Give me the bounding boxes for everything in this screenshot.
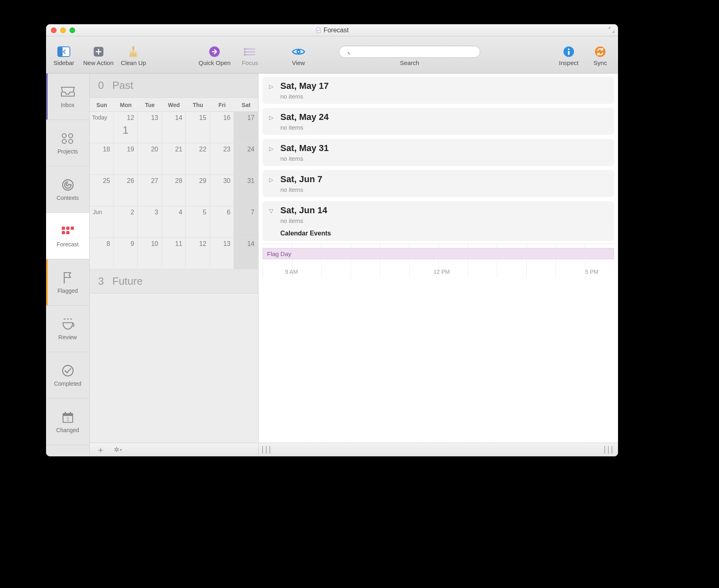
timeline-event[interactable]: Flag Day [263,248,614,259]
quick-open-label: Quick Open [199,59,231,66]
cal-cell[interactable]: 22 [186,143,210,175]
nav-inbox-label: Inbox [61,102,74,108]
svg-point-18 [62,134,66,138]
cal-cell[interactable]: 10 [138,238,162,269]
mini-calendar: Sun Mon Tue Wed Thu Fri Sat Today 121 13… [90,98,258,269]
cal-cell[interactable]: Jun [90,206,114,238]
cal-cell[interactable]: 6 [210,206,234,238]
broom-icon [126,46,141,58]
split-handle-right[interactable]: ⎢⎢⎢ [604,446,615,454]
svg-rect-7 [245,51,255,52]
view-button[interactable]: View [286,46,311,66]
quick-open-button[interactable]: Quick Open [199,46,231,66]
quick-open-icon [207,46,222,58]
svg-point-28 [63,365,73,376]
cal-cell[interactable]: 7 [234,206,258,238]
body: Inbox Projects Contexts Forecast Flagged… [46,74,618,456]
nav-projects[interactable]: Projects [46,120,89,166]
cal-cell[interactable]: 121 [114,112,138,143]
past-label: Past [112,79,133,92]
cal-cell[interactable]: 28 [162,175,186,206]
cal-cell[interactable]: 24 [234,143,258,175]
cal-cell[interactable]: 12 [186,238,210,269]
add-button[interactable]: ＋ [96,445,105,454]
nav-contexts[interactable]: Contexts [46,166,89,213]
split-handle-left[interactable]: ⎢⎢⎢ [262,446,273,454]
search-label: Search [400,59,419,66]
past-row[interactable]: 0 Past [90,74,258,98]
dow-sat: Sat [234,98,258,112]
svg-text:1: 1 [66,416,69,422]
disclosure-right-icon[interactable]: ▷ [267,174,275,183]
day-group[interactable]: ▷ Sat, May 17 no items [263,77,614,104]
fullscreen-icon[interactable] [608,27,615,33]
cal-cell[interactable]: 29 [186,175,210,206]
disclosure-right-icon[interactable]: ▷ [267,112,275,121]
svg-rect-16 [568,51,570,55]
cal-cell[interactable]: 16 [210,112,234,143]
cal-cell[interactable]: 13 [138,112,162,143]
cal-cell[interactable]: 23 [210,143,234,175]
disclosure-right-icon[interactable]: ▷ [267,143,275,152]
search-input[interactable] [339,46,480,58]
inbox-icon [60,85,76,99]
time-label: 5 PM [585,269,599,275]
future-row[interactable]: 3 Future [90,269,258,294]
future-count: 3 [90,275,112,288]
inspect-button[interactable]: Inspect [557,46,581,66]
day-title: Sat, Jun 14 [280,205,327,216]
svg-point-19 [69,134,73,138]
nav-review[interactable]: Review [46,306,89,352]
cal-cell[interactable]: 30 [210,175,234,206]
nav-contexts-label: Contexts [57,195,79,201]
svg-point-20 [62,139,66,143]
day-group[interactable]: ▷ Sat, May 31 no items [263,139,614,166]
cal-cell[interactable]: 3 [138,206,162,238]
sync-button[interactable]: Sync [588,46,612,66]
cal-cell[interactable]: 15 [186,112,210,143]
focus-button[interactable]: Focus [238,46,262,66]
nav-projects-label: Projects [57,148,78,155]
cal-cell[interactable]: 14 [162,112,186,143]
cal-cell[interactable]: Today [90,112,114,143]
cal-cell[interactable]: 27 [138,175,162,206]
cal-cell[interactable]: 14 [234,238,258,269]
toolbar: Sidebar New Action Clean Up Qu [46,36,618,74]
nav-forecast[interactable]: Forecast [46,213,89,259]
nav-flagged[interactable]: Flagged [46,259,89,306]
future-label: Future [112,275,143,288]
day-group[interactable]: ▽ Sat, Jun 14 no items [263,201,614,228]
action-menu-button[interactable]: ✲▾ [114,446,122,454]
nav-completed[interactable]: Completed [46,352,89,399]
new-action-button[interactable]: New Action [83,46,114,66]
clean-up-button[interactable]: Clean Up [121,46,146,66]
nav-changed[interactable]: 1 Changed [46,399,89,445]
cal-cell[interactable]: 13 [210,238,234,269]
disclosure-down-icon[interactable]: ▽ [267,205,275,214]
cal-cell[interactable]: 31 [234,175,258,206]
day-title: Sat, May 24 [280,112,329,122]
cal-cell[interactable]: 9 [114,238,138,269]
cal-cell[interactable]: 20 [138,143,162,175]
cal-cell[interactable]: 25 [90,175,114,206]
day-subtitle: no items [280,186,322,193]
cal-cell[interactable]: 5 [186,206,210,238]
cal-cell[interactable]: 2 [114,206,138,238]
cal-cell[interactable]: 11 [162,238,186,269]
contexts-icon [60,178,76,192]
cal-cell[interactable]: 18 [90,143,114,175]
day-group[interactable]: ▷ Sat, May 24 no items [263,108,614,135]
cal-cell[interactable]: 26 [114,175,138,206]
svg-point-15 [568,48,570,50]
cal-cell[interactable]: 19 [114,143,138,175]
clean-up-label: Clean Up [121,59,146,66]
day-groups: ▷ Sat, May 17 no items ▷ Sat, May 24 no … [259,74,618,228]
cal-cell[interactable]: 17 [234,112,258,143]
cal-cell[interactable]: 21 [162,143,186,175]
cal-cell[interactable]: 4 [162,206,186,238]
sidebar-toggle-button[interactable]: Sidebar [52,46,76,66]
nav-inbox[interactable]: Inbox [46,74,89,120]
disclosure-right-icon[interactable]: ▷ [267,81,275,90]
day-group[interactable]: ▷ Sat, Jun 7 no items [263,170,614,197]
cal-cell[interactable]: 8 [90,238,114,269]
